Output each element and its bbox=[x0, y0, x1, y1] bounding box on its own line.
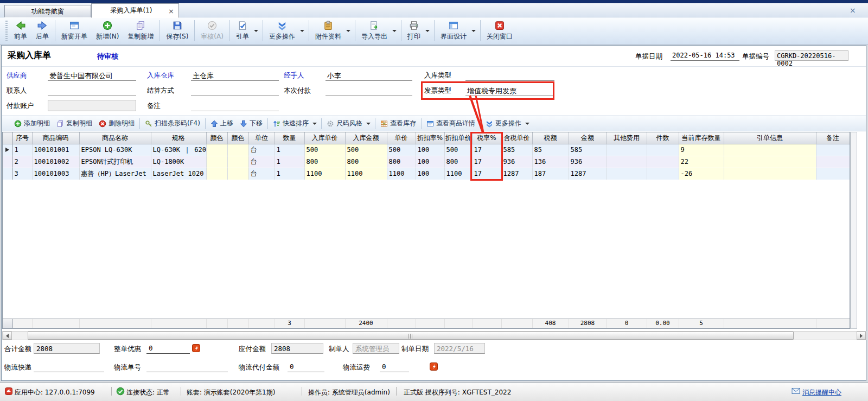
grid-cell[interactable] bbox=[607, 144, 647, 156]
grid-cell[interactable]: 17 bbox=[472, 144, 501, 156]
grid-header-cell[interactable]: 商品名称 bbox=[79, 132, 151, 144]
current-payment-field[interactable] bbox=[326, 85, 412, 96]
scroll-right-button[interactable] bbox=[857, 332, 866, 340]
grid-header-cell[interactable]: 入库单价 bbox=[304, 132, 345, 144]
print-button[interactable]: 打印 bbox=[403, 18, 425, 43]
move-down-button[interactable]: 下移 bbox=[237, 119, 266, 128]
dropdown-arrow-icon[interactable] bbox=[300, 30, 304, 32]
grid-cell[interactable] bbox=[647, 168, 679, 180]
grid-cell[interactable]: 500 bbox=[387, 144, 416, 156]
grid-cell[interactable]: LaserJet 1020 bbox=[151, 168, 206, 180]
grid-cell[interactable]: 100101001 bbox=[32, 144, 79, 156]
scan-barcode-button[interactable]: 扫描条形码(F4) bbox=[142, 119, 203, 128]
warehouse-field[interactable]: 主仓库 bbox=[191, 69, 279, 81]
tab-purchase-inbound[interactable]: 采购入库单(1) × bbox=[91, 3, 179, 18]
handler-field[interactable]: 小李 bbox=[326, 69, 412, 81]
grid-cell[interactable]: EPSON LQ-630K bbox=[79, 144, 151, 156]
grid-cell[interactable] bbox=[816, 156, 850, 168]
dropdown-arrow-icon[interactable] bbox=[525, 123, 529, 125]
grid-header-cell[interactable]: 其他费用 bbox=[607, 132, 647, 144]
grid-header-cell[interactable]: 备注 bbox=[816, 132, 850, 144]
grid-header-cell[interactable]: 件数 bbox=[647, 132, 679, 144]
grid-header-cell[interactable]: 税额 bbox=[532, 132, 569, 144]
grid-cell[interactable]: 100 bbox=[416, 144, 444, 156]
tab-function-nav[interactable]: 功能导航窗 bbox=[4, 5, 91, 17]
logistics-freight-field[interactable]: 0 bbox=[380, 361, 409, 372]
toolbar-drag-handle[interactable] bbox=[5, 21, 8, 41]
grid-cell[interactable]: 1 bbox=[275, 144, 304, 156]
grid-cell[interactable] bbox=[816, 144, 850, 156]
supplier-field[interactable]: 爱普生中国有限公司 bbox=[48, 69, 136, 81]
grid-header-cell[interactable]: 颜色 bbox=[206, 132, 227, 144]
grid-cell[interactable]: 9 bbox=[679, 144, 724, 156]
ref-doc-button[interactable]: 引单 bbox=[232, 18, 253, 43]
view-product-button[interactable]: 查看商品详情 bbox=[423, 119, 478, 128]
grid-row[interactable]: 3100101003惠普（HP）LaserJetLaserJet 1020台11… bbox=[3, 168, 850, 180]
grid-cell[interactable]: 1 bbox=[275, 168, 304, 180]
grid-cell[interactable] bbox=[607, 168, 647, 180]
grid-cell[interactable]: 800 bbox=[345, 156, 387, 168]
grid-cell[interactable]: 500 bbox=[304, 144, 345, 156]
dropdown-arrow-icon[interactable] bbox=[312, 123, 317, 125]
grid-cell[interactable] bbox=[647, 156, 679, 168]
scroll-thumb[interactable] bbox=[28, 332, 794, 340]
add-detail-button[interactable]: 添加明细 bbox=[11, 119, 53, 128]
close-window-button[interactable]: 关闭窗口 bbox=[482, 18, 517, 43]
grid-cell[interactable] bbox=[206, 168, 227, 180]
new-window-order-button[interactable]: 新窗开单 bbox=[57, 18, 92, 43]
grid-cell[interactable]: 台 bbox=[248, 168, 275, 180]
grid-cell[interactable]: 187 bbox=[532, 168, 569, 180]
grid-header-cell[interactable]: 税率% bbox=[472, 132, 501, 144]
grid-cell[interactable]: 936 bbox=[501, 156, 532, 168]
audit-button[interactable]: 审核(A) bbox=[196, 18, 228, 43]
grid-cell[interactable] bbox=[206, 156, 227, 168]
grid-header-cell[interactable]: 颜色 bbox=[227, 132, 248, 144]
row-indicator[interactable] bbox=[3, 168, 12, 180]
grid-cell[interactable]: 100101003 bbox=[32, 168, 79, 180]
h-scrollbar[interactable] bbox=[2, 331, 866, 340]
more-actions-button[interactable]: 更多操作 bbox=[265, 18, 299, 43]
grid-cell[interactable]: 100 bbox=[416, 156, 444, 168]
grid-cell[interactable]: 1 bbox=[275, 156, 304, 168]
ui-design-button[interactable]: 界面设计 bbox=[436, 18, 471, 43]
grid-cell[interactable]: LQ-630K ｜ 620K bbox=[151, 144, 206, 156]
grid-header-cell[interactable]: 金额 bbox=[569, 132, 607, 144]
save-button[interactable]: 保存(S) bbox=[162, 18, 193, 43]
grid-cell[interactable] bbox=[227, 168, 248, 180]
grid-header-cell[interactable]: 引单信息 bbox=[724, 132, 816, 144]
dropdown-arrow-icon[interactable] bbox=[346, 30, 350, 32]
grid-cell[interactable]: EPSON针式打印机 bbox=[79, 156, 151, 168]
grid-cell[interactable]: 1100 bbox=[444, 168, 472, 180]
grid-header-cell[interactable]: 当前库存数量 bbox=[679, 132, 724, 144]
remark-field[interactable] bbox=[191, 100, 279, 111]
warehouse-label[interactable]: 入库仓库 bbox=[147, 71, 174, 80]
close-all-tabs-icon[interactable]: × bbox=[850, 5, 856, 16]
tab-close-icon[interactable]: × bbox=[168, 4, 174, 18]
grid-row[interactable]: 1100101001EPSON LQ-630KLQ-630K ｜ 620K台15… bbox=[3, 144, 850, 156]
grid-header-cell[interactable]: 入库金额 bbox=[345, 132, 387, 144]
dropdown-arrow-icon[interactable] bbox=[254, 30, 258, 32]
row-indicator[interactable] bbox=[3, 144, 12, 156]
attachments-button[interactable]: 附件资料 bbox=[311, 18, 346, 43]
calculator-icon[interactable] bbox=[192, 344, 200, 352]
grid-cell[interactable]: 500 bbox=[345, 144, 387, 156]
grid-cell[interactable]: 1100 bbox=[387, 168, 416, 180]
payment-account-field[interactable] bbox=[48, 100, 136, 111]
grid-cell[interactable]: LQ-1800K bbox=[151, 156, 206, 168]
grid-cell[interactable]: 1 bbox=[12, 144, 32, 156]
grid-header-cell[interactable]: 序号 bbox=[12, 132, 32, 144]
contact-field[interactable] bbox=[48, 85, 136, 96]
grid-header-cell[interactable]: 折扣单价 bbox=[444, 132, 472, 144]
grid-header-cell[interactable]: 单价 bbox=[387, 132, 416, 144]
handler-label[interactable]: 经手人 bbox=[284, 71, 304, 80]
grid-cell[interactable]: -26 bbox=[679, 168, 724, 180]
grid-cell[interactable] bbox=[607, 156, 647, 168]
prev-doc-button[interactable]: 前单 bbox=[10, 18, 31, 43]
grid-header-cell[interactable]: 数量 bbox=[275, 132, 304, 144]
grid-cell[interactable]: 800 bbox=[387, 156, 416, 168]
dropdown-arrow-icon[interactable] bbox=[425, 30, 430, 32]
dropdown-arrow-icon[interactable] bbox=[366, 123, 371, 125]
grid-cell[interactable] bbox=[647, 144, 679, 156]
settlement-field[interactable] bbox=[191, 85, 279, 96]
next-doc-button[interactable]: 后单 bbox=[31, 18, 53, 43]
